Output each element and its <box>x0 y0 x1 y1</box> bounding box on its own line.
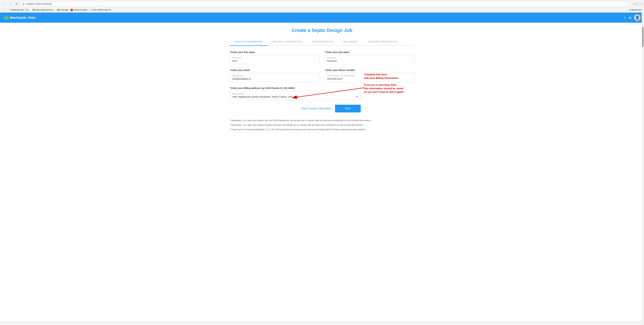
browser-actions: ▭ ◻ ⋮ <box>633 2 642 5</box>
tab-property-information[interactable]: PROPERTY INFORMATION <box>267 38 307 46</box>
forward-button[interactable]: → <box>8 1 13 6</box>
bookmark-label: Adobe Acrobat <box>74 9 87 11</box>
tabs-container: CONTACT INFORMATION PROPERTY INFORMATION… <box>230 38 414 46</box>
extensions-icon[interactable]: ◻ <box>636 2 638 5</box>
scroll-thumb[interactable] <box>642 27 644 47</box>
avatar[interactable]: 👤 <box>634 14 641 21</box>
footer-note-3: * Thank you for choosing NewSeptic, LLC.… <box>230 128 414 131</box>
last-name-input-wrapper: Last Name <box>324 55 414 64</box>
bookmark-gisadmin[interactable]: 🌿 https://gisadmin.lan... <box>32 8 55 11</box>
first-name-input[interactable] <box>232 59 317 62</box>
logo-icon <box>3 16 8 19</box>
logo-bar-2 <box>5 16 6 19</box>
logo-bar-1 <box>3 17 5 19</box>
app-header: NewSeptic Jobs + ⧉ 👤 <box>0 12 644 23</box>
browser-chrome: ← → ⟳ 🔒 landplan.io/jobs/create-job ☆ ▭ … <box>0 0 644 12</box>
footer-note-1: * NewSeptic, LLC does not conduct Site a… <box>230 119 414 122</box>
form-container: Complete this form with your Billing inf… <box>230 51 414 112</box>
bookmark-label: Cascade <box>60 9 68 11</box>
email-label: * Enter your email <box>230 69 320 71</box>
last-name-input[interactable] <box>327 59 412 62</box>
annotation-returning-text: If you are a returning client this infor… <box>364 83 418 94</box>
last-name-group: * Enter your last name Last Name <box>324 51 414 64</box>
tab-designer-information[interactable]: DESIGNER INFORMATION <box>363 38 402 46</box>
footer-notes: * NewSeptic, LLC does not conduct Site a… <box>230 119 414 138</box>
svg-line-1 <box>292 88 364 98</box>
browser-toolbar: ← → ⟳ 🔒 landplan.io/jobs/create-job ☆ ▭ … <box>0 0 644 7</box>
email-input-wrapper: Email Address <box>230 73 320 82</box>
email-group: * Enter your email Email Address <box>230 69 320 82</box>
add-job-button[interactable]: + <box>624 16 626 19</box>
star-icon[interactable]: ☆ <box>627 2 629 5</box>
cast-icon[interactable]: ▭ <box>633 2 635 5</box>
bookmark-cascade[interactable]: 🌿 Cascade <box>57 8 68 11</box>
scrollbar[interactable] <box>642 0 644 321</box>
url-text: landplan.io/jobs/create-job <box>26 2 626 5</box>
address-bar[interactable]: 🔒 landplan.io/jobs/create-job ☆ <box>20 2 632 6</box>
first-name-input-wrapper: First Name <box>230 55 320 64</box>
main-content: Create a Septic Design Job CONTACT INFOR… <box>0 23 644 321</box>
email-field-name: Email Address <box>232 75 317 77</box>
all-bookmarks-label[interactable]: All Bookmarks <box>629 9 642 11</box>
annotation-arrow <box>284 83 368 116</box>
tab-job-information[interactable]: JOB INFORMATION <box>307 38 338 46</box>
bookmark-gmail[interactable]: 📧 Fwd: 2088 Norton R... <box>89 8 112 11</box>
first-name-label: * Enter your first name <box>230 51 320 53</box>
bookmark-label: https://gisadmin.lan... <box>36 9 55 11</box>
email-input[interactable] <box>232 77 317 80</box>
app-logo: NewSeptic Jobs <box>3 16 36 20</box>
last-name-field-name: Last Name <box>327 57 412 59</box>
app-title: NewSeptic Jobs <box>10 16 36 20</box>
annotation-billing-text: Complete this form with your Billing inf… <box>364 73 418 80</box>
security-icon: 🔒 <box>22 2 25 5</box>
footer-note-2: * NewSeptic, LLC does not conduct Proper… <box>230 124 414 126</box>
copy-button[interactable]: ⧉ <box>629 16 631 19</box>
bookmark-acrobat[interactable]: 🔴 Adobe Acrobat <box>70 8 87 11</box>
tab-contact-information[interactable]: CONTACT INFORMATION <box>230 38 268 46</box>
phone-label: * Enter your Phone number <box>324 69 414 71</box>
reload-button[interactable]: ⟳ <box>14 1 19 6</box>
last-name-label: * Enter your last name <box>324 51 414 53</box>
page-title: Create a Septic Design Job <box>3 28 641 33</box>
bookmark-marketing[interactable]: 📄 Marketing Plan - Go... <box>7 8 30 11</box>
first-name-field-name: First Name <box>232 57 317 59</box>
bookmark-label: Fwd: 2088 Norton R... <box>92 9 112 11</box>
first-name-group: * Enter your first name First Name <box>230 51 320 64</box>
logo-bar-3 <box>7 16 8 19</box>
bookmarks-bar: ⋯ 📄 Marketing Plan - Go... 🌿 https://gis… <box>0 7 644 12</box>
apps-icon[interactable]: ⋯ <box>2 8 5 12</box>
back-button[interactable]: ← <box>2 1 7 6</box>
tab-documents[interactable]: DOCUMENTS <box>338 38 363 46</box>
annotation-area: Complete this form with your Billing inf… <box>364 73 418 94</box>
bookmark-label: Marketing Plan - Go... <box>10 9 30 11</box>
header-actions: + ⧉ 👤 <box>624 14 641 21</box>
name-row: * Enter your first name First Name * Ent… <box>230 51 414 64</box>
